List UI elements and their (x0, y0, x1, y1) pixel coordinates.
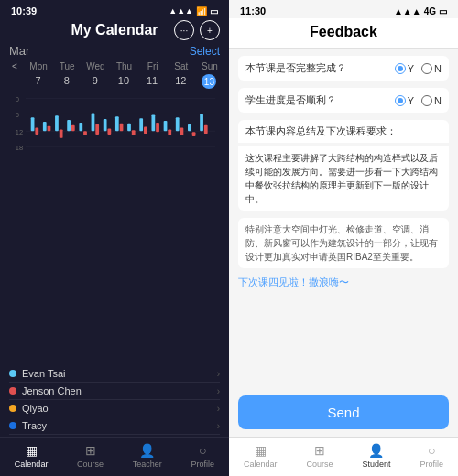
svg-rect-17 (139, 118, 143, 131)
legend-area: Evan Tsai › Jenson Chen › Qiyao › Tracy … (0, 363, 229, 437)
feedback-body[interactable]: 本节课是否完整完成？ Y N 学生进度是否顺利？ Y (229, 49, 458, 390)
week-row-7: 7 8 9 10 11 12 13 (0, 73, 229, 90)
question-2-yes[interactable]: Y (395, 95, 414, 106)
question-1-no[interactable]: N (421, 63, 442, 74)
radio-yes-1[interactable] (395, 63, 406, 74)
radio-yes-2[interactable] (395, 95, 406, 106)
question-1-radio-group: Y N (395, 63, 442, 74)
send-button[interactable]: Send (238, 395, 449, 429)
chevron-right-icon-4: › (217, 421, 220, 431)
question-2-row: 学生进度是否顺利？ Y N (238, 88, 449, 113)
nav-calendar-left[interactable]: ▦ Calendar (15, 443, 49, 469)
signal-icon: ▲▲▲ (169, 6, 193, 16)
chevron-right-icon: › (217, 369, 220, 379)
day-8[interactable]: 8 (52, 74, 81, 89)
svg-rect-37 (204, 125, 208, 134)
profile-icon-left: ○ (199, 443, 206, 458)
send-btn-area: Send (229, 390, 458, 437)
nav-course-right[interactable]: ⊞ Course (306, 443, 333, 469)
section-label-container: 本节课内容总结及下次课程要求： 这次课程主要讲解了大跨结构的构造样式以及后续可能… (238, 120, 449, 211)
legend-qiyao[interactable]: Qiyao › (9, 400, 220, 417)
day-7[interactable]: 7 (24, 74, 52, 89)
wifi-icon: 📶 (196, 6, 207, 16)
dots-icon[interactable]: ··· (174, 20, 194, 40)
student-icon-right: 👤 (368, 443, 384, 458)
status-icons-left: ▲▲▲ 📶 ▭ (169, 6, 218, 16)
farewell-text: 下次课四见啦！撒浪嗨〜 (238, 276, 449, 289)
legend-jenson[interactable]: Jenson Chen › (9, 383, 220, 400)
nav-teacher-left[interactable]: 👤 Teacher (133, 443, 162, 469)
prev-arrow[interactable]: < (5, 61, 24, 71)
time-left: 10:39 (11, 5, 37, 16)
feedback-header: Feedback (229, 18, 458, 49)
header-icons: ··· + (174, 20, 220, 40)
course-icon-right: ⊞ (314, 443, 325, 458)
nav-calendar-label: Calendar (15, 460, 49, 469)
week-header: < Mon Tue Wed Thu Fri Sat Sun (0, 60, 229, 73)
legend-name-jenson: Jenson Chen (22, 385, 82, 396)
nav-teacher-label: Teacher (133, 460, 162, 469)
svg-rect-15 (115, 116, 119, 131)
svg-rect-30 (120, 124, 124, 131)
weekday-thu: Thu (110, 61, 137, 71)
question-1-yes[interactable]: Y (395, 63, 414, 74)
select-button[interactable]: Select (190, 45, 220, 58)
nav-course-label-right: Course (306, 460, 333, 469)
right-panel: 11:30 ▲▲▲ 4G ▭ Feedback 本节课是否完整完成？ Y N (229, 0, 458, 476)
question-1-text: 本节课是否完整完成？ (245, 61, 395, 75)
network-icon: 4G (424, 6, 436, 16)
svg-rect-23 (35, 128, 38, 135)
main-text[interactable]: 这次课程主要讲解了大跨结构的构造样式以及后续可能的发展方向。需要进一步看一下大跨… (238, 146, 449, 211)
plus-icon[interactable]: + (200, 20, 220, 40)
svg-rect-22 (200, 114, 203, 131)
svg-rect-21 (188, 124, 191, 132)
nav-calendar-right[interactable]: ▦ Calendar (244, 443, 278, 469)
month-label: Mar (9, 44, 29, 58)
calendar-nav: Mar Select (0, 42, 229, 60)
nav-course-left[interactable]: ⊞ Course (77, 443, 104, 469)
day-13[interactable]: 13 (202, 74, 216, 89)
radio-no-1[interactable] (421, 63, 432, 74)
chevron-right-icon-3: › (217, 404, 220, 414)
profile-icon-right: ○ (428, 443, 435, 458)
radio-no-2[interactable] (421, 95, 432, 106)
legend-tracy[interactable]: Tracy › (9, 417, 220, 435)
svg-rect-24 (48, 126, 51, 132)
nav-profile-right[interactable]: ○ Profile (420, 443, 443, 469)
nav-profile-left[interactable]: ○ Profile (191, 443, 215, 469)
svg-text:12: 12 (16, 128, 23, 136)
day-12[interactable]: 12 (167, 74, 195, 89)
nav-profile-label-left: Profile (191, 460, 215, 469)
day-11[interactable]: 11 (138, 74, 167, 89)
svg-rect-8 (31, 117, 35, 131)
svg-rect-31 (132, 130, 136, 135)
svg-rect-34 (168, 129, 171, 135)
svg-rect-32 (144, 127, 147, 135)
question-2-no[interactable]: N (421, 95, 442, 106)
feedback-title: Feedback (310, 24, 377, 39)
section-label: 本节课内容总结及下次课程要求： (238, 120, 449, 143)
legend-dot-evan (9, 370, 16, 377)
day-10[interactable]: 10 (109, 74, 137, 89)
svg-rect-18 (151, 114, 155, 131)
svg-rect-16 (127, 124, 131, 131)
legend-evan[interactable]: Evan Tsai › (9, 365, 220, 383)
day-9[interactable]: 9 (81, 74, 109, 89)
legend-dot-qiyao (9, 405, 16, 412)
svg-rect-26 (71, 125, 75, 132)
calendar-chart: 0 6 12 18 (7, 92, 222, 165)
svg-rect-20 (176, 117, 180, 131)
course-icon: ⊞ (85, 443, 96, 458)
nav-student-right[interactable]: 👤 Student (362, 443, 390, 469)
legend-name-tracy: Tracy (22, 420, 47, 431)
question-2-text: 学生进度是否顺利？ (245, 93, 395, 107)
svg-text:6: 6 (16, 111, 19, 119)
svg-rect-13 (92, 114, 95, 132)
calendar-icon: ▦ (26, 443, 38, 458)
weekday-fri: Fri (139, 61, 167, 71)
status-bar-right: 11:30 ▲▲▲ 4G ▭ (229, 0, 458, 18)
nav-course-label: Course (77, 460, 104, 469)
nav-calendar-label-right: Calendar (244, 460, 278, 469)
weekday-mon: Mon (25, 61, 52, 71)
weekday-sat: Sat (168, 61, 195, 71)
